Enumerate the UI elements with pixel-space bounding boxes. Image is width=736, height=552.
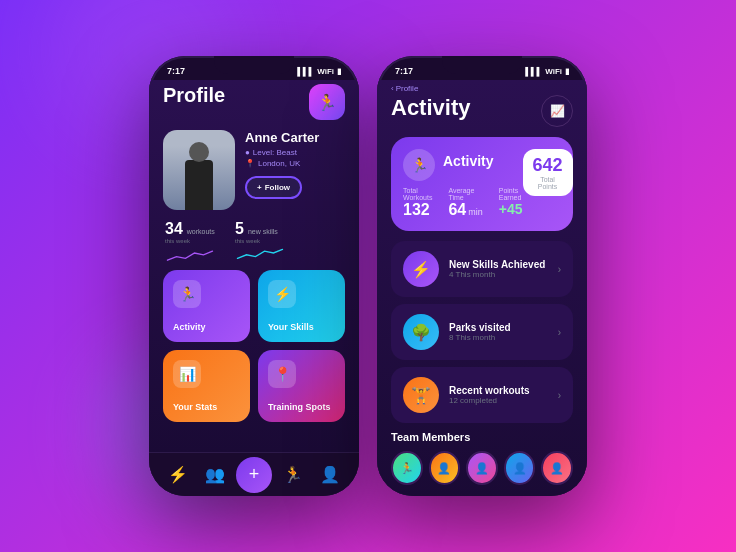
profile-level: ● Level: Beast	[245, 148, 345, 157]
team-members-section: Team Members 🏃 👤 👤 👤 👤	[391, 431, 573, 485]
nav-add-button[interactable]: +	[236, 457, 272, 493]
activity-card-header: 🏃 Activity Total Workouts 132 Average Ti…	[403, 149, 561, 219]
act-stat-time-label: Average Time	[448, 187, 482, 201]
mini-chart-workouts	[165, 244, 215, 262]
list-item-workouts[interactable]: 🏋️ Recent workouts 12 completed ›	[391, 367, 573, 423]
location-pin-icon: 📍	[245, 159, 255, 168]
nav-people[interactable]: 👥	[199, 459, 231, 491]
total-points-badge: 642 Total Points	[523, 149, 573, 196]
list-item-parks-title: Parks visited	[449, 322, 548, 333]
team-avatar-2[interactable]: 👤	[429, 451, 461, 485]
act-stat-workouts-label: Total Workouts	[403, 187, 432, 201]
list-item-parks-icon: 🌳	[403, 314, 439, 350]
status-icons-left: ▌▌▌ WiFi ▮	[297, 67, 341, 76]
phones-container: 7:17 ▌▌▌ WiFi ▮ Profile 🏃 Anne	[149, 56, 587, 496]
list-item-skills-text: New Skills Achieved 4 This month	[449, 259, 548, 279]
back-chevron-icon: ‹	[391, 84, 394, 93]
activity-title: Activity	[391, 95, 470, 121]
status-icons-right: ▌▌▌ WiFi ▮	[525, 67, 569, 76]
card-activity[interactable]: 🏃 Activity	[163, 270, 250, 342]
card-stats-icon: 📊	[173, 360, 201, 388]
profile-info: Anne Carter ● Level: Beast 📍 London, UK …	[245, 130, 345, 199]
card-training-label: Training Spots	[268, 402, 335, 412]
follow-plus-icon: +	[257, 183, 262, 192]
stat-skills-label: new skills	[248, 228, 278, 235]
mini-chart-skills	[235, 244, 285, 262]
card-stats[interactable]: 📊 Your Stats	[163, 350, 250, 422]
nav-home[interactable]: ⚡	[162, 459, 194, 491]
list-item-workouts-title: Recent workouts	[449, 385, 548, 396]
back-nav[interactable]: ‹ Profile	[391, 80, 573, 93]
act-stat-time-value: 64	[448, 201, 466, 219]
profile-photo-figure	[163, 130, 235, 210]
stats-row: 34 workouts this week 5 new skills this …	[163, 220, 345, 262]
list-item-parks[interactable]: 🌳 Parks visited 8 This month ›	[391, 304, 573, 360]
avatar-1-inner: 🏃	[393, 453, 421, 483]
stat-workouts-label: workouts	[187, 228, 215, 235]
battery-icon-right: ▮	[565, 67, 569, 76]
follow-button[interactable]: + Follow	[245, 176, 302, 199]
profile-name: Anne Carter	[245, 130, 345, 145]
chevron-skills-icon: ›	[558, 264, 561, 275]
card-training[interactable]: 📍 Training Spots	[258, 350, 345, 422]
profile-screen: Profile 🏃 Anne Carter ● Level: Beast	[149, 80, 359, 452]
activity-card-icon: 🏃	[403, 149, 435, 181]
card-skills-icon: ⚡	[268, 280, 296, 308]
chevron-parks-icon: ›	[558, 327, 561, 338]
stat-skills-number: 5	[235, 220, 244, 238]
activity-screen: ‹ Profile Activity 📈 🏃 Activity	[377, 80, 587, 496]
activity-header: Activity 📈	[391, 95, 573, 127]
nav-activity[interactable]: 🏃	[277, 459, 309, 491]
level-dot: ●	[245, 148, 250, 157]
follow-label: Follow	[265, 183, 290, 192]
list-item-workouts-icon: 🏋️	[403, 377, 439, 413]
avatar-icon: 🏃	[317, 93, 337, 112]
act-stat-time-unit: min	[468, 207, 483, 217]
profile-title: Profile	[163, 84, 225, 107]
profile-header: Profile 🏃	[163, 80, 345, 120]
notch-right	[442, 56, 522, 74]
act-stat-points-value: +45	[499, 201, 523, 217]
activity-card: 🏃 Activity Total Workouts 132 Average Ti…	[391, 137, 573, 231]
total-points-number: 642	[533, 155, 563, 176]
signal-icon: ▌▌▌	[297, 67, 314, 76]
list-item-workouts-text: Recent workouts 12 completed	[449, 385, 548, 405]
list-item-skills-sub: 4 This month	[449, 270, 548, 279]
avatar-2-inner: 👤	[431, 453, 459, 483]
chart-icon: 📈	[550, 104, 565, 118]
bottom-nav-left: ⚡ 👥 + 🏃 👤	[149, 452, 359, 496]
list-item-parks-sub: 8 This month	[449, 333, 548, 342]
time-right: 7:17	[395, 66, 413, 76]
team-avatar-1[interactable]: 🏃	[391, 451, 423, 485]
profile-location: 📍 London, UK	[245, 159, 345, 168]
profile-avatar-small: 🏃	[309, 84, 345, 120]
act-stat-points-label: Points Earned	[499, 187, 523, 201]
card-stats-label: Your Stats	[173, 402, 240, 412]
back-label: Profile	[396, 84, 419, 93]
act-stat-points: Points Earned +45	[499, 187, 523, 219]
avatar-4-inner: 👤	[506, 453, 534, 483]
team-avatar-4[interactable]: 👤	[504, 451, 536, 485]
list-item-skills[interactable]: ⚡ New Skills Achieved 4 This month ›	[391, 241, 573, 297]
total-points-label: Total Points	[533, 176, 563, 190]
list-item-skills-title: New Skills Achieved	[449, 259, 548, 270]
team-avatars: 🏃 👤 👤 👤 👤	[391, 451, 573, 485]
avatar-3-inner: 👤	[468, 453, 496, 483]
phone-left: 7:17 ▌▌▌ WiFi ▮ Profile 🏃 Anne	[149, 56, 359, 496]
act-stat-workouts: Total Workouts 132	[403, 187, 432, 219]
grid-cards: 🏃 Activity ⚡ Your Skills 📊 Your Stats 📍 …	[163, 270, 345, 422]
chart-icon-button[interactable]: 📈	[541, 95, 573, 127]
wifi-icon-right: WiFi	[545, 67, 562, 76]
team-avatar-3[interactable]: 👤	[466, 451, 498, 485]
nav-profile[interactable]: 👤	[314, 459, 346, 491]
notch-left	[214, 56, 294, 74]
card-activity-label: Activity	[173, 322, 240, 332]
phone-right: 7:17 ▌▌▌ WiFi ▮ ‹ Profile Activity 📈	[377, 56, 587, 496]
team-avatar-5[interactable]: 👤	[541, 451, 573, 485]
act-stat-workouts-value: 132	[403, 201, 432, 219]
activity-card-title: Activity	[443, 153, 494, 169]
profile-user-section: Anne Carter ● Level: Beast 📍 London, UK …	[163, 130, 345, 210]
card-skills[interactable]: ⚡ Your Skills	[258, 270, 345, 342]
card-activity-icon: 🏃	[173, 280, 201, 308]
signal-icon-right: ▌▌▌	[525, 67, 542, 76]
